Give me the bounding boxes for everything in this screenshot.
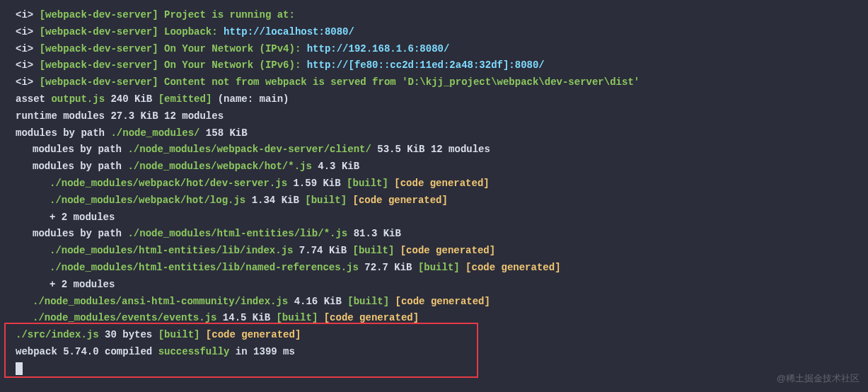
log-line: ./node_modules/html-entities/lib/named-r… xyxy=(16,260,868,277)
log-line: asset output.js 240 KiB [emitted] (name:… xyxy=(16,91,868,108)
log-line: <i> [webpack-dev-server] On Your Network… xyxy=(16,41,868,58)
log-line: ./node_modules/webpack/hot/log.js 1.34 K… xyxy=(16,192,868,209)
log-line: ./node_modules/ansi-html-community/index… xyxy=(16,294,868,311)
log-line: modules by path ./node_modules/webpack/h… xyxy=(16,158,868,175)
log-line: <i> [webpack-dev-server] Loopback: http:… xyxy=(16,24,868,41)
log-line: <i> [webpack-dev-server] Content not fro… xyxy=(16,74,868,91)
log-line: ./node_modules/html-entities/lib/index.j… xyxy=(16,243,868,260)
log-line: ./node_modules/events/events.js 14.5 KiB… xyxy=(16,310,868,327)
log-line: modules by path ./node_modules/ 158 KiB xyxy=(16,125,868,142)
log-line: <i> [webpack-dev-server] On Your Network… xyxy=(16,57,868,74)
terminal-cursor xyxy=(16,362,23,375)
log-line: modules by path ./node_modules/html-enti… xyxy=(16,226,868,243)
log-line: webpack 5.74.0 compiled successfully in … xyxy=(16,344,868,361)
log-line: modules by path ./node_modules/webpack-d… xyxy=(16,142,868,158)
cursor-line[interactable] xyxy=(16,361,868,378)
log-line: <i> [webpack-dev-server] Project is runn… xyxy=(16,7,868,24)
watermark-text: @稀土掘金技术社区 xyxy=(777,371,860,386)
log-line: + 2 modules xyxy=(16,209,868,226)
log-line: runtime modules 27.3 KiB 12 modules xyxy=(16,108,868,125)
log-line: ./src/index.js 30 bytes [built] [code ge… xyxy=(16,327,868,344)
log-line: + 2 modules xyxy=(16,277,868,294)
log-line: ./node_modules/webpack/hot/dev-server.js… xyxy=(16,175,868,192)
